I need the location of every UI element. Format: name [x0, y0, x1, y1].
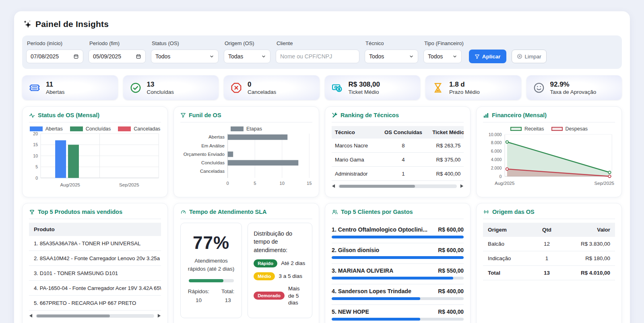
- client-value: R$ 400,00: [438, 288, 464, 294]
- origem-total-row: Total13R$ 4.010,00: [483, 266, 615, 280]
- svg-text:Canceladas: Canceladas: [200, 169, 225, 174]
- card-title: Funil de OS: [180, 112, 312, 122]
- status-os-chart-area: AbertasConcluídasCanceladas05101520Aug/2…: [29, 126, 161, 190]
- status-badge: Médio: [254, 272, 275, 280]
- card-title: Status de OS (Mensal): [29, 112, 161, 122]
- svg-text:15: 15: [33, 142, 38, 147]
- sla-stat: Total:13: [221, 287, 234, 304]
- filter-white-icon: [475, 54, 480, 59]
- products-scrollbar[interactable]: [29, 313, 161, 318]
- scrollbar-thumb[interactable]: [37, 315, 110, 317]
- origem-os-select[interactable]: Todas: [224, 50, 270, 63]
- card-financeiro: Financeiro (Mensal) ReceitasDespesas02.0…: [476, 106, 622, 197]
- card-top-produtos: Top 5 Produtos mais vendidos Produto1. 8…: [22, 203, 168, 323]
- svg-text:15: 15: [307, 181, 312, 186]
- kpi-value: 92.9%: [550, 80, 597, 89]
- svg-text:10: 10: [33, 153, 38, 158]
- ranking-scrollbar[interactable]: [332, 184, 464, 188]
- card-origem-os: Origem das OS OrigemQtdValorBalcão12R$ 3…: [476, 203, 622, 323]
- funnel-icon: [180, 112, 186, 118]
- hourglass-icon: [432, 82, 444, 94]
- svg-text:Concluídas: Concluídas: [201, 160, 225, 165]
- list-item: 2. 8SAA10M42 - Fonte Carregador Lenovo 2…: [29, 251, 161, 266]
- page-header: Painel de Insights: [23, 19, 622, 29]
- origem-table-area: OrigemQtdValorBalcão12R$ 3.830,00Indicaç…: [483, 223, 615, 280]
- kpi-row: 11 Abertas 13 Concluídas 0 Canceladas R$…: [22, 75, 622, 100]
- kpi-card-canceladas: 0 Canceladas: [224, 75, 320, 100]
- svg-text:Sep/2025: Sep/2025: [594, 181, 615, 186]
- card-title-text: Funil de OS: [189, 112, 221, 118]
- clear-circle-icon: [517, 54, 522, 59]
- tipo-financeiro-select[interactable]: Todos: [423, 50, 462, 63]
- card-title-text: Financeiro (Mensal): [492, 112, 547, 118]
- tecnico-select[interactable]: Todos: [365, 50, 418, 63]
- apply-button[interactable]: Aplicar: [469, 50, 506, 63]
- status-os-select[interactable]: Todos: [151, 50, 219, 63]
- periodo-fim-input[interactable]: 05/09/2025: [89, 50, 146, 63]
- sla-distribution-item: Médio3 a 5 dias: [254, 272, 306, 280]
- table-row: Mario Gama4R$ 375,00: [332, 153, 464, 167]
- client-name: 1. Centro Oftalmologico Optoclini...: [332, 226, 427, 233]
- sla-area: 77% Atendimentos rápidos (até 2 dias) Rá…: [180, 223, 312, 318]
- status-badge: Demorado: [254, 292, 285, 300]
- sla-distribution-heading: Distribuição do tempo de atendimento:: [254, 230, 306, 254]
- card-title: Ranking de Técnicos: [332, 112, 464, 122]
- svg-text:0: 0: [499, 174, 502, 179]
- cash-icon: [331, 82, 343, 94]
- arrow-left-icon[interactable]: [29, 313, 33, 318]
- status-legend: AbertasConcluídasCanceladas: [29, 126, 161, 132]
- list-item: 1. Centro Oftalmologico Optoclini... R$ …: [332, 223, 464, 243]
- svg-text:Aug/2025: Aug/2025: [60, 182, 80, 187]
- client-value: R$ 600,00: [438, 247, 464, 253]
- arrow-right-icon[interactable]: [157, 313, 161, 318]
- origem-header-row: OrigemQtdValor: [483, 223, 615, 237]
- svg-text:5: 5: [254, 181, 256, 186]
- svg-text:0: 0: [227, 181, 229, 186]
- svg-text:5: 5: [35, 164, 38, 169]
- card-ranking-tecnicos: Ranking de Técnicos TécnicoOS Concluídas…: [325, 106, 471, 197]
- card-title: Tempo de Atendimento SLA: [180, 209, 312, 219]
- kpi-label: Abertas: [46, 89, 65, 95]
- kpi-card-taxa-de-aprova-o: 92.9% Taxa de Aprovação: [526, 75, 622, 100]
- ranking-header-row: TécnicoOS ConcluídasTicket MédioTempo: [332, 126, 464, 139]
- chevron-down-icon: [452, 54, 457, 59]
- sla-caption: Atendimentos rápidos (até 2 dias): [186, 257, 237, 273]
- filter-bar: Período (início)07/08/2025Período (fim)0…: [22, 35, 622, 69]
- clear-button[interactable]: Limpar: [512, 50, 547, 63]
- filter-tipo-financeiro: Tipo (Financeiro)Todos: [423, 40, 464, 63]
- client-bar: [332, 236, 464, 238]
- cliente-input[interactable]: [276, 50, 359, 63]
- svg-text:10: 10: [280, 181, 285, 186]
- scrollbar-thumb[interactable]: [339, 185, 415, 188]
- client-value: R$ 550,00: [438, 268, 464, 274]
- svg-text:Abertas: Abertas: [208, 135, 225, 139]
- filter-tecnico: TécnicoTodos: [365, 40, 418, 63]
- sla-distribution-box: Distribuição do tempo de atendimento: Rá…: [248, 223, 312, 318]
- periodo-inicio-input[interactable]: 07/08/2025: [26, 50, 83, 63]
- svg-text:Orçamento Enviado: Orçamento Enviado: [184, 152, 225, 157]
- kpi-value: R$ 308,00: [349, 80, 380, 89]
- card-title-text: Top 5 Clientes por Gastos: [341, 209, 413, 215]
- kpi-value: 0: [248, 80, 276, 89]
- kpi-label: Prazo Médio: [449, 89, 480, 95]
- products-list-area: Produto1. 85A35A36A78A - TONER HP UNIVER…: [29, 223, 161, 318]
- ranking-table-area: TécnicoOS ConcluídasTicket MédioTempoMar…: [332, 126, 464, 188]
- kpi-label: Ticket Médio: [349, 89, 380, 95]
- client-name: 2. Gilson dionísio: [332, 247, 379, 253]
- trophy-icon: [29, 209, 35, 215]
- pulse-icon: [29, 112, 35, 118]
- client-bar: [332, 297, 464, 300]
- filter-label-origem-os: Origem (OS): [225, 40, 270, 46]
- svg-text:8.000: 8.000: [491, 141, 502, 145]
- sla-stat: Rápidos:10: [188, 287, 209, 304]
- svg-text:20: 20: [33, 132, 38, 136]
- users-icon: [332, 209, 338, 215]
- kpi-card-prazo-m-dio: 1.8 d Prazo Médio: [425, 75, 521, 100]
- client-bar: [332, 318, 464, 321]
- filter-label-tecnico: Técnico: [365, 40, 418, 46]
- arrow-right-icon[interactable]: [460, 184, 464, 188]
- filter-origem-os: Origem (OS)Todas: [224, 40, 270, 63]
- arrow-left-icon[interactable]: [332, 184, 335, 188]
- card-status-os: Status de OS (Mensal) AbertasConcluídasC…: [22, 106, 168, 197]
- chevron-down-icon: [209, 54, 214, 59]
